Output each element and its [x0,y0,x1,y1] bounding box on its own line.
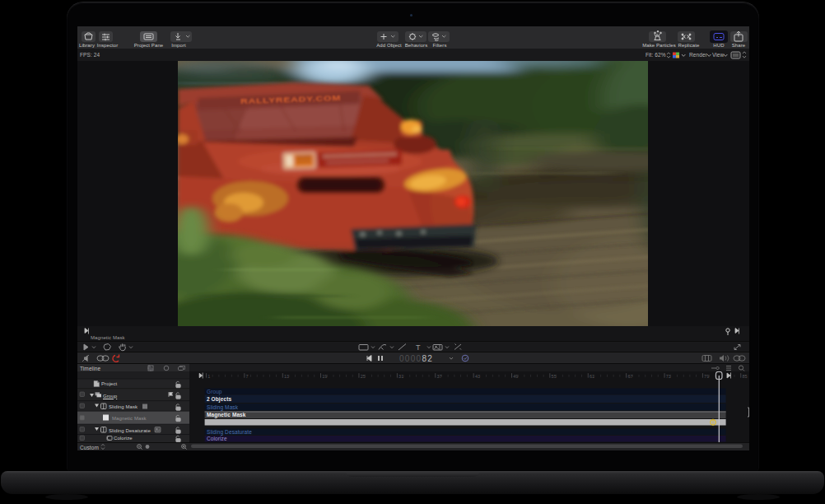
svg-text:37: 37 [437,374,442,379]
svg-text:13: 13 [284,374,289,379]
svg-text:67: 67 [627,374,632,379]
svg-text:73: 73 [666,374,671,379]
svg-text:31: 31 [399,374,403,379]
svg-text:61: 61 [590,374,594,379]
svg-text:49: 49 [513,374,518,379]
svg-text:19: 19 [322,374,327,379]
svg-text:7: 7 [246,374,249,379]
svg-text:55: 55 [552,374,557,379]
svg-text:85: 85 [743,374,748,379]
svg-text:43: 43 [475,374,480,379]
svg-text:25: 25 [361,374,366,379]
svg-text:79: 79 [704,374,709,379]
svg-text:1: 1 [207,374,210,379]
svg-text:T: T [416,343,421,352]
